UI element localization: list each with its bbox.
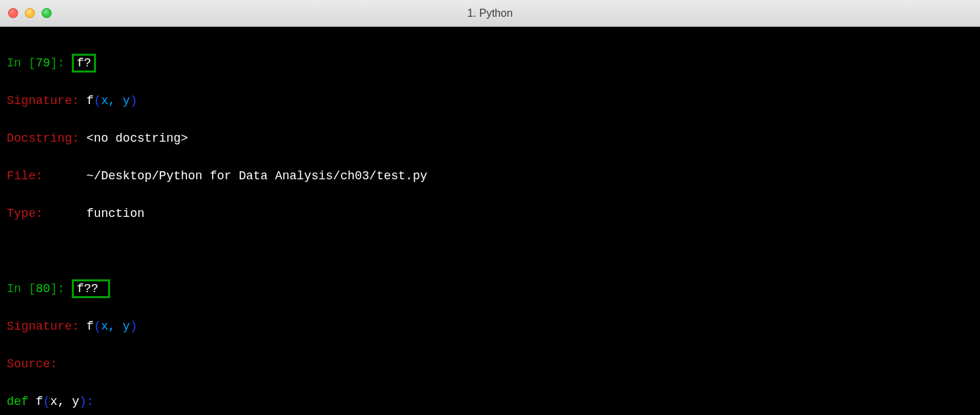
input-highlight-box: f? xyxy=(72,54,96,73)
file-label: File: xyxy=(7,169,43,183)
cell-79-row: In [79]: f? xyxy=(7,54,973,73)
type-value: function xyxy=(43,207,144,220)
file-row: File: ~/Desktop/Python for Data Analysis… xyxy=(7,167,973,185)
prompt-number: 80 xyxy=(36,282,50,295)
paren-icon: ) xyxy=(130,94,138,107)
prompt-label: In [ xyxy=(7,56,36,70)
prompt-number: 79 xyxy=(36,56,50,70)
maximize-icon[interactable] xyxy=(42,8,52,18)
close-icon[interactable] xyxy=(8,8,18,18)
prompt-suffix: ]: xyxy=(50,56,72,70)
traffic-lights xyxy=(8,8,52,18)
signature-row: Signature: f(x, y) xyxy=(7,91,973,110)
paren-icon: ( xyxy=(94,94,101,107)
signature-label: Signature: xyxy=(7,320,79,333)
paren-icon: ) xyxy=(79,395,87,408)
signature-func: f xyxy=(79,320,94,333)
paren-icon: ( xyxy=(43,395,50,408)
docstring-value: <no docstring> xyxy=(79,132,188,145)
file-value: ~/Desktop/Python for Data Analysis/ch03/… xyxy=(43,169,428,183)
signature-label: Signature: xyxy=(7,94,79,107)
def-keyword: def xyxy=(7,395,28,408)
func-name: f xyxy=(28,395,43,408)
window-title: 1. Python xyxy=(467,7,513,19)
type-label: Type: xyxy=(7,207,43,220)
input-highlight-box: f?? xyxy=(72,279,110,298)
signature-func: f xyxy=(79,94,94,107)
prompt-label: In [ xyxy=(7,282,36,295)
type-row: Type: function xyxy=(7,204,973,223)
cell-80-row: In [80]: f?? xyxy=(7,279,973,298)
paren-icon: ( xyxy=(94,320,101,333)
func-args: x, y xyxy=(50,395,79,408)
cell-input: f? xyxy=(77,56,91,70)
source-label: Source: xyxy=(7,357,58,371)
signature-args: x, y xyxy=(101,320,130,333)
signature-args: x, y xyxy=(101,94,130,107)
source-label-row: Source: xyxy=(7,355,973,373)
paren-icon: ) xyxy=(130,320,138,333)
minimize-icon[interactable] xyxy=(25,8,35,18)
source-def-row: def f(x, y): xyxy=(7,392,973,411)
cell-input: f?? xyxy=(77,282,98,295)
colon-icon: : xyxy=(87,395,94,408)
docstring-label: Docstring: xyxy=(7,132,79,145)
docstring-row: Docstring: <no docstring> xyxy=(7,129,973,148)
signature-row: Signature: f(x, y) xyxy=(7,317,973,336)
blank-row xyxy=(7,242,973,261)
prompt-suffix: ]: xyxy=(50,282,72,295)
terminal-output[interactable]: In [79]: f? Signature: f(x, y) Docstring… xyxy=(0,27,980,415)
window-titlebar: 1. Python xyxy=(0,0,980,27)
